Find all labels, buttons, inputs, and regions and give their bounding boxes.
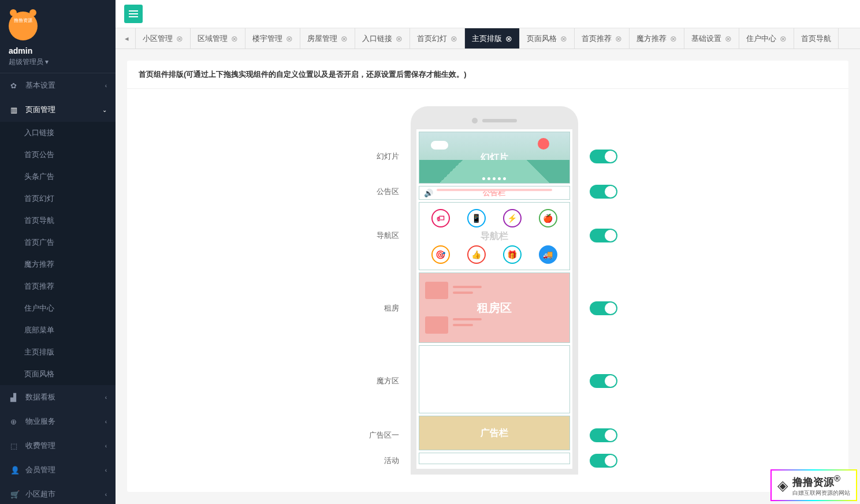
subnav-bottom-menu[interactable]: 底部菜单 [0, 319, 116, 341]
nav-basic-settings[interactable]: ✿ 基本设置 ‹ [0, 73, 116, 98]
chart-icon: ▟ [10, 393, 20, 402]
close-icon[interactable]: ⊗ [286, 34, 293, 43]
tab-main-layout[interactable]: 主页排版⊗ [465, 28, 520, 48]
user-icon: 👤 [10, 466, 20, 475]
tab-home-nav[interactable]: 首页导航 [794, 28, 839, 48]
component-ad[interactable]: 广告栏 [419, 416, 570, 450]
chevron-left-icon: ‹ [105, 491, 107, 498]
tab-building[interactable]: 楼宇管理⊗ [245, 28, 300, 48]
tab-home-recommend[interactable]: 首页推荐⊗ [575, 28, 630, 48]
tabs-bar: ◂ 小区管理⊗ 区域管理⊗ 楼宇管理⊗ 房屋管理⊗ 入口链接⊗ 首页幻灯⊗ 主页… [116, 28, 860, 49]
close-icon[interactable]: ⊗ [615, 34, 622, 43]
chevron-left-icon: ‹ [105, 443, 107, 449]
label-slider: 幻灯片 [359, 129, 399, 184]
watermark: ◈ 撸撸资源® 白嫖互联网资源的网站 [770, 469, 857, 501]
component-slider[interactable]: 幻灯片 [419, 132, 570, 184]
user-name: admin [9, 46, 107, 55]
user-role-dropdown[interactable]: 超级管理员 ▾ [9, 57, 107, 67]
close-icon[interactable]: ⊗ [725, 34, 732, 43]
toggle-rent[interactable] [590, 301, 617, 315]
tab-page-style[interactable]: 页面风格⊗ [520, 28, 575, 48]
subnav-entry-link[interactable]: 入口链接 [0, 122, 116, 144]
tab-room[interactable]: 房屋管理⊗ [300, 28, 355, 48]
main-content: ◂ 小区管理⊗ 区域管理⊗ 楼宇管理⊗ 房屋管理⊗ 入口链接⊗ 首页幻灯⊗ 主页… [116, 0, 860, 504]
toggle-activity[interactable] [590, 454, 617, 468]
phone-screen: 幻灯片 🔊 公告栏 🏷📱 [416, 129, 572, 469]
gear-icon: ✿ [10, 81, 20, 90]
close-icon[interactable]: ⊗ [396, 34, 403, 43]
component-notice[interactable]: 🔊 公告栏 [419, 186, 570, 200]
tab-resident-center[interactable]: 住户中心⊗ [739, 28, 794, 48]
nav-submenu: 入口链接 首页公告 头条广告 首页幻灯 首页导航 首页广告 魔方推荐 首页推荐 … [0, 122, 116, 385]
close-icon[interactable]: ⊗ [505, 34, 512, 43]
subnav-home-recommend[interactable]: 首页推荐 [0, 275, 116, 297]
close-icon[interactable]: ⊗ [670, 34, 677, 43]
chevron-left-icon: ‹ [105, 83, 107, 89]
speaker-icon: 🔊 [424, 189, 433, 197]
tab-cube-recommend[interactable]: 魔方推荐⊗ [630, 28, 684, 48]
toggle-ad[interactable] [590, 428, 617, 442]
close-icon[interactable]: ⊗ [560, 34, 567, 43]
label-rent: 租房 [359, 271, 399, 345]
topbar [116, 0, 860, 28]
money-icon: ⬚ [10, 442, 20, 450]
subnav-home-ad[interactable]: 首页广告 [0, 232, 116, 253]
chevron-left-icon: ‹ [105, 394, 107, 401]
label-ad: 广告区一 [359, 417, 399, 454]
tab-area[interactable]: 区域管理⊗ [191, 28, 245, 48]
nav-fee-management[interactable]: ⬚ 收费管理 ‹ [0, 434, 116, 458]
chevron-down-icon: ⌄ [102, 107, 107, 113]
labels-column: 幻灯片 公告区 导航区 租房 魔方区 广告区一 活动 [359, 106, 399, 468]
subnav-headline-ad[interactable]: 头条广告 [0, 166, 116, 188]
panel-body: 幻灯片 公告区 导航区 租房 魔方区 广告区一 活动 [127, 89, 848, 492]
toggle-notice[interactable] [590, 185, 617, 199]
tab-home-slider[interactable]: 首页幻灯⊗ [410, 28, 465, 48]
close-icon[interactable]: ⊗ [451, 34, 457, 43]
subnav-cube-recommend[interactable]: 魔方推荐 [0, 253, 116, 275]
nav-community-market[interactable]: 🛒 小区超市 ‹ [0, 482, 116, 504]
close-icon[interactable]: ⊗ [341, 34, 348, 43]
tab-back-button[interactable]: ◂ [118, 28, 136, 48]
label-activity: 活动 [359, 454, 399, 468]
menu-toggle-button[interactable] [124, 5, 143, 23]
label-cube: 魔方区 [359, 345, 399, 417]
panel-title: 首页组件排版(可通过上下拖拽实现组件的自定义位置以及是否开启，还原设置后需保存才… [127, 61, 848, 89]
subnav-home-slider[interactable]: 首页幻灯 [0, 188, 116, 210]
nav-menu: ✿ 基本设置 ‹ ▥ 页面管理 ⌄ 入口链接 首页公告 头条广告 首页幻灯 首页… [0, 73, 116, 504]
phone-notch [416, 112, 572, 129]
subnav-home-notice[interactable]: 首页公告 [0, 144, 116, 166]
content-area: 首页组件排版(可通过上下拖拽实现组件的自定义位置以及是否开启，还原设置后需保存才… [116, 49, 860, 504]
layout-editor: 幻灯片 公告区 导航区 租房 魔方区 广告区一 活动 [359, 106, 617, 475]
chevron-left-icon: ‹ [105, 419, 107, 425]
nav-page-management[interactable]: ▥ 页面管理 ⌄ [0, 98, 116, 122]
nav-data-board[interactable]: ▟ 数据看板 ‹ [0, 385, 116, 409]
subnav-resident-center[interactable]: 住户中心 [0, 297, 116, 319]
close-icon[interactable]: ⊗ [231, 34, 238, 43]
component-activity[interactable] [419, 453, 570, 464]
nav-property-service[interactable]: ⊕ 物业服务 ‹ [0, 409, 116, 434]
close-icon[interactable]: ⊗ [780, 34, 787, 43]
subnav-main-layout[interactable]: 主页排版 [0, 341, 116, 363]
close-icon[interactable]: ⊗ [176, 34, 183, 43]
logo-icon: 撸撸资源 [9, 12, 38, 40]
layout-icon: ▥ [10, 106, 20, 114]
watermark-logo-icon: ◈ [777, 477, 788, 494]
phone-preview: 幻灯片 🔊 公告栏 🏷📱 [411, 106, 578, 475]
component-cube[interactable]: 商品魔方 [419, 345, 570, 413]
component-nav[interactable]: 🏷📱 ⚡🍎 导航栏 🎯👍 🎁🚚 [419, 202, 570, 270]
tab-entry-link[interactable]: 入口链接⊗ [355, 28, 410, 48]
panel: 首页组件排版(可通过上下拖拽实现组件的自定义位置以及是否开启，还原设置后需保存才… [127, 61, 848, 492]
nav-member-management[interactable]: 👤 会员管理 ‹ [0, 458, 116, 482]
tab-basic-settings[interactable]: 基础设置⊗ [684, 28, 739, 48]
toggle-cube[interactable] [590, 374, 617, 388]
subnav-page-style[interactable]: 页面风格 [0, 363, 116, 385]
component-rent[interactable]: 租房区 [419, 272, 570, 343]
toggle-nav[interactable] [590, 229, 617, 242]
logo-area: 撸撸资源 admin 超级管理员 ▾ [0, 0, 116, 73]
subnav-home-nav[interactable]: 首页导航 [0, 210, 116, 232]
tab-community[interactable]: 小区管理⊗ [136, 28, 191, 48]
label-nav: 导航区 [359, 200, 399, 271]
toggle-slider[interactable] [590, 150, 617, 163]
label-notice: 公告区 [359, 184, 399, 200]
cart-icon: 🛒 [10, 490, 20, 499]
